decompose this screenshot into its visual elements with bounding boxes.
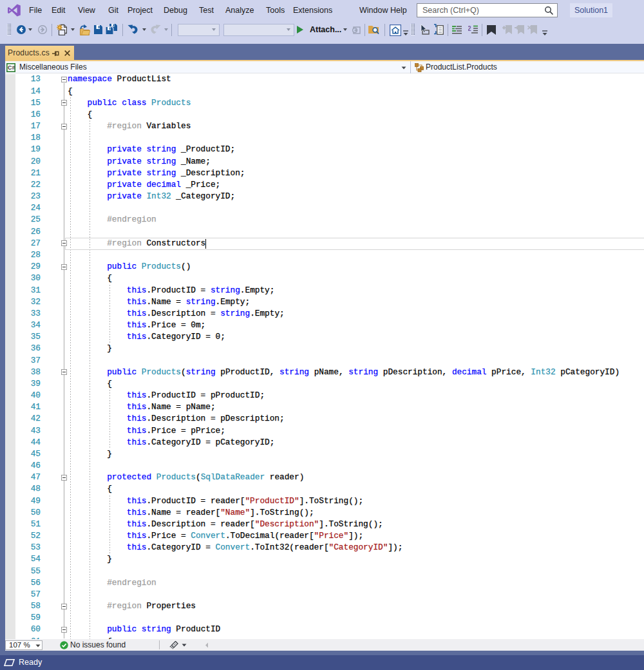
- svg-text:C#: C#: [8, 64, 15, 71]
- svg-text:2: 2: [468, 25, 471, 32]
